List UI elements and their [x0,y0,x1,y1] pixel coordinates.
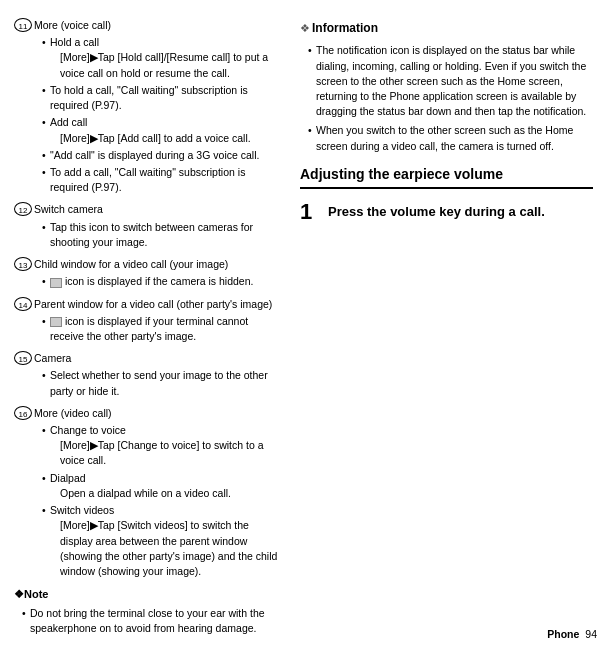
sub-text: [More]▶Tap [Hold call]/[Resume call] to … [50,50,278,80]
item-11: 11 More (voice call) Hold a call [More]▶… [14,18,278,197]
note-bullets: Do not bring the terminal close to your … [14,606,278,636]
step-1-text: Press the volume key during a call. [328,199,545,221]
list-item: icon is displayed if the camera is hidde… [42,274,278,289]
item-11-content: More (voice call) Hold a call [More]▶Tap… [34,18,278,197]
list-item: When you switch to the other screen such… [308,123,593,153]
list-item: The notification icon is displayed on th… [308,43,593,119]
item-16-title: More (video call) [34,406,278,421]
item-11-bullets: Hold a call [More]▶Tap [Hold call]/[Resu… [34,35,278,195]
item-14-bullets: icon is displayed if your terminal canno… [34,314,278,344]
note-header: ❖Note [14,587,278,603]
sub-text: Open a dialpad while on a video call. [50,486,278,501]
item-15-title: Camera [34,351,278,366]
item-15: 15 Camera Select whether to send your im… [14,351,278,401]
page-container: 11 More (voice call) Hold a call [More]▶… [0,0,609,648]
list-item: icon is displayed if your terminal canno… [42,314,278,344]
item-14-content: Parent window for a video call (other pa… [34,297,278,347]
information-title: Information [312,20,378,37]
note-section: ❖Note Do not bring the terminal close to… [14,587,278,636]
no-receive-icon [50,317,62,327]
item-15-content: Camera Select whether to send your image… [34,351,278,401]
item-14-title: Parent window for a video call (other pa… [34,297,278,312]
item-13-title: Child window for a video call (your imag… [34,257,278,272]
sub-text: [More]▶Tap [Switch videos] to switch the… [50,518,278,579]
list-item: Change to voice [More]▶Tap [Change to vo… [42,423,278,469]
right-column: ❖ Information The notification icon is d… [290,10,609,638]
footer-page: 94 [585,628,597,640]
left-column: 11 More (voice call) Hold a call [More]▶… [0,10,290,638]
adjusting-header: Adjusting the earpiece volume [300,164,593,189]
item-16-content: More (video call) Change to voice [More]… [34,406,278,581]
page-footer: Phone 94 [547,628,597,640]
item-12-content: Switch camera Tap this icon to switch be… [34,202,278,252]
item-14: 14 Parent window for a video call (other… [14,297,278,347]
list-item: Hold a call [More]▶Tap [Hold call]/[Resu… [42,35,278,81]
item-16: 16 More (video call) Change to voice [Mo… [14,406,278,581]
item-16-number: 16 [14,406,32,420]
step-1-number: 1 [300,199,328,223]
list-item: Select whether to send your image to the… [42,368,278,398]
list-item: Do not bring the terminal close to your … [22,606,278,636]
item-14-number: 14 [14,297,32,311]
note-title: ❖Note [14,587,48,603]
item-15-number: 15 [14,351,32,365]
item-12-number: 12 [14,202,32,216]
sub-text: [More]▶Tap [Add call] to add a voice cal… [50,131,278,146]
list-item: To add a call, "Call waiting" subscripti… [42,165,278,195]
list-item: Add call [More]▶Tap [Add call] to add a … [42,115,278,145]
list-item: Dialpad Open a dialpad while on a video … [42,471,278,501]
list-item: "Add call" is displayed during a 3G voic… [42,148,278,163]
item-12: 12 Switch camera Tap this icon to switch… [14,202,278,252]
diamond-icon: ❖ [300,21,310,37]
item-16-bullets: Change to voice [More]▶Tap [Change to vo… [34,423,278,579]
item-11-title: More (voice call) [34,18,278,33]
footer-label: Phone [547,628,579,640]
item-15-bullets: Select whether to send your image to the… [34,368,278,398]
item-13-number: 13 [14,257,32,271]
item-12-bullets: Tap this icon to switch between cameras … [34,220,278,250]
step-1-container: 1 Press the volume key during a call. [300,199,593,223]
item-13-content: Child window for a video call (your imag… [34,257,278,291]
information-header: ❖ Information [300,20,593,37]
item-13-bullets: icon is displayed if the camera is hidde… [34,274,278,289]
list-item: Switch videos [More]▶Tap [Switch videos]… [42,503,278,579]
information-bullets: The notification icon is displayed on th… [300,43,593,154]
list-item: To hold a call, "Call waiting" subscript… [42,83,278,113]
item-11-number: 11 [14,18,32,32]
item-13: 13 Child window for a video call (your i… [14,257,278,291]
sub-text: [More]▶Tap [Change to voice] to switch t… [50,438,278,468]
camera-hidden-icon [50,278,62,288]
list-item: Tap this icon to switch between cameras … [42,220,278,250]
item-12-title: Switch camera [34,202,278,217]
